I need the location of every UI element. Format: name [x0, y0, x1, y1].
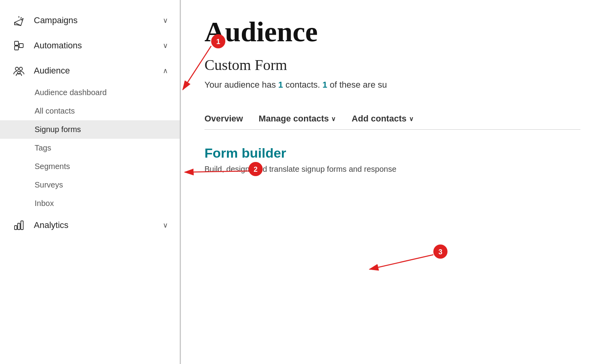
audience-count: 1 [278, 80, 283, 90]
sidebar-item-inbox[interactable]: Inbox [0, 194, 180, 213]
main-content: Audience Custom Form Your audience has 1… [181, 0, 604, 364]
automations-icon [12, 39, 26, 53]
tab-overview-label: Overview [204, 114, 243, 124]
audience-desc-suffix: of these are su [327, 80, 387, 90]
svg-rect-3 [15, 41, 18, 45]
analytics-icon [12, 218, 26, 232]
sidebar-item-surveys[interactable]: Surveys [0, 176, 180, 194]
audience-desc-prefix: Your audience has [204, 80, 278, 90]
page-title: Audience [204, 16, 580, 48]
svg-rect-5 [19, 44, 23, 48]
sidebar-item-audience[interactable]: Audience ∧ [0, 58, 180, 83]
sidebar-item-analytics[interactable]: Analytics ∨ [0, 213, 180, 238]
tab-manage-contacts-label: Manage contacts [259, 114, 329, 124]
manage-contacts-chevron: ∨ [331, 115, 336, 123]
add-contacts-chevron: ∨ [409, 115, 414, 123]
audience-desc-middle: contacts. [283, 80, 322, 90]
svg-rect-11 [15, 226, 17, 230]
audience-chevron: ∧ [163, 66, 168, 75]
audience-sub-items: Audience dashboard All contacts Signup f… [0, 83, 180, 213]
sidebar-item-signup-forms[interactable]: Signup forms [0, 120, 180, 139]
sidebar-item-campaigns[interactable]: Campaigns ∨ [0, 8, 180, 33]
svg-rect-12 [18, 223, 20, 230]
campaigns-icon [12, 13, 26, 28]
sidebar-item-all-contacts[interactable]: All contacts [0, 102, 180, 120]
svg-point-8 [15, 67, 18, 70]
svg-rect-4 [15, 46, 18, 50]
audience-label: Audience [34, 66, 159, 76]
audience-description: Your audience has 1 contacts. 1 of these… [204, 80, 580, 90]
tab-overview[interactable]: Overview [204, 114, 243, 124]
audience-count2: 1 [322, 80, 327, 90]
form-builder-description: Build, design, and translate signup form… [204, 165, 580, 174]
sidebar: Campaigns ∨ Automations ∨ [0, 0, 181, 364]
sidebar-item-segments[interactable]: Segments [0, 157, 180, 176]
campaigns-label: Campaigns [34, 15, 159, 26]
audience-icon [12, 64, 26, 78]
form-subtitle: Custom Form [204, 56, 580, 74]
svg-rect-13 [21, 221, 23, 230]
automations-chevron: ∨ [163, 41, 168, 50]
analytics-chevron: ∨ [163, 221, 168, 230]
campaigns-chevron: ∨ [163, 16, 168, 25]
svg-line-1 [20, 17, 22, 18]
sidebar-item-automations[interactable]: Automations ∨ [0, 33, 180, 58]
svg-point-9 [19, 67, 22, 70]
sidebar-item-tags[interactable]: Tags [0, 139, 180, 157]
tab-manage-contacts[interactable]: Manage contacts ∨ [259, 114, 336, 124]
tab-add-contacts-label: Add contacts [352, 114, 406, 124]
analytics-label: Analytics [34, 220, 159, 230]
form-builder-section: Form builder Build, design, and translat… [204, 145, 580, 174]
form-builder-link[interactable]: Form builder [204, 145, 286, 161]
tabs-bar: Overview Manage contacts ∨ Add contacts … [204, 114, 580, 130]
sidebar-item-audience-dashboard[interactable]: Audience dashboard [0, 83, 180, 102]
tab-add-contacts[interactable]: Add contacts ∨ [352, 114, 413, 124]
automations-label: Automations [34, 40, 159, 51]
